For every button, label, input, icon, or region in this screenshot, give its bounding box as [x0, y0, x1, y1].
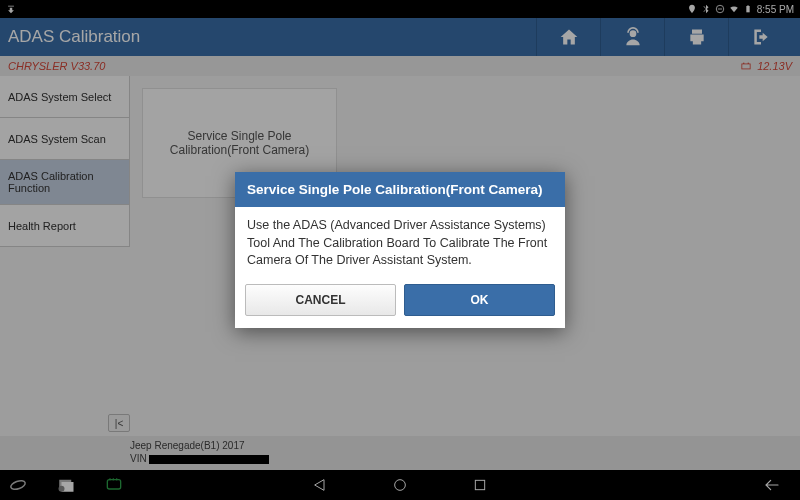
modal-overlay: Service Single Pole Calibration(Front Ca…	[0, 0, 800, 500]
dialog-title: Service Single Pole Calibration(Front Ca…	[235, 172, 565, 207]
dialog-buttons: CANCEL OK	[235, 284, 565, 328]
dialog-body: Use the ADAS (Advanced Driver Assistance…	[235, 207, 565, 284]
cancel-button[interactable]: CANCEL	[245, 284, 396, 316]
calibration-dialog: Service Single Pole Calibration(Front Ca…	[235, 172, 565, 328]
ok-button[interactable]: OK	[404, 284, 555, 316]
